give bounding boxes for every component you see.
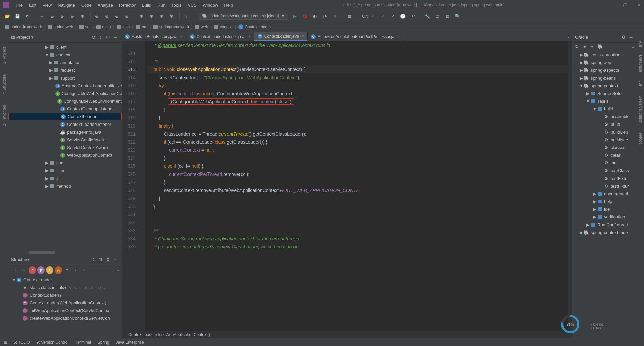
tree-node-context[interactable]: ▼context (8, 51, 122, 59)
sort-alpha-icon[interactable]: ↓ₐ (11, 266, 18, 274)
filter-prop-icon[interactable]: p (37, 266, 45, 274)
filter-local-icon[interactable]: 🔒 (55, 266, 62, 274)
menu-tools[interactable]: Tools (168, 3, 184, 8)
gradle-assemble[interactable]: ⚙assemble (572, 113, 637, 120)
back-icon[interactable]: ← (38, 12, 46, 20)
gradle-jar[interactable]: ⚙jar (572, 159, 637, 167)
tree-node-WebApplicationContext[interactable]: IWebApplicationContext (8, 151, 122, 159)
error-stripe[interactable] (568, 41, 572, 331)
project-select-icon[interactable]: ▦ (11, 35, 15, 40)
gradle-add-icon[interactable]: + (583, 44, 586, 49)
menu-navigate[interactable]: Navigate (55, 3, 78, 8)
structure-tree[interactable]: ▼C ContextLoader● static class initializ… (8, 275, 122, 338)
tree-node-client[interactable]: ▶client (8, 43, 122, 51)
tab-list-icon[interactable]: ⠿ (566, 34, 569, 39)
debug-icon[interactable]: 🐞 (301, 12, 309, 20)
gradle-spring-context-inde[interactable]: ▶🐘spring-context-inde (572, 229, 637, 236)
gradle-spring-context[interactable]: ▼🐘spring-context (572, 82, 637, 90)
struct-4[interactable]: m initWebApplicationContext(ServletConte… (11, 307, 119, 314)
tab-AbstractBeanFactory.java[interactable]: CAbstractBeanFactory.java× (122, 32, 186, 41)
gradle-help[interactable]: ▶help (572, 198, 637, 205)
gradle-buildDep[interactable]: ⚙buildDep (572, 128, 637, 136)
avd-icon[interactable]: ▤ (433, 12, 441, 20)
struct-btn-1[interactable]: ⇅ (90, 257, 97, 262)
struct-3[interactable]: m ContextLoader(WebApplicationContext) (11, 299, 119, 307)
tree-node-filter[interactable]: ▶filter (8, 167, 122, 175)
zoom-icon-2[interactable]: ⊕ (58, 12, 66, 20)
tree-node-ConfigurableWebApplicationCo[interactable]: IConfigurableWebApplicationCo (8, 90, 122, 97)
tool-Ant[interactable]: Ant (638, 41, 643, 47)
crumb-springframework[interactable]: springframework (152, 24, 191, 29)
tab-close-icon[interactable]: × (180, 34, 183, 39)
sb-Java Enterprise[interactable]: Java Enterprise (116, 340, 144, 345)
stop-icon[interactable]: ■ (331, 12, 339, 20)
add-config-icon[interactable]: ↘ (182, 12, 190, 20)
vcs-update-icon[interactable]: ✓ (369, 12, 377, 20)
tool-1: Project[interactable]: 1: Project (2, 47, 7, 64)
zoom-icon-3[interactable]: ⊕ (68, 12, 76, 20)
vcs-history-icon[interactable]: 🕐 (399, 12, 407, 20)
vcs-commit-icon[interactable]: ✓ (379, 12, 387, 20)
tree-node-request[interactable]: ▶request (8, 66, 122, 74)
menu-vcs[interactable]: VCS (184, 3, 200, 8)
tab-close-icon[interactable]: × (397, 34, 399, 39)
gradle-build[interactable]: ⚙build (572, 120, 637, 128)
crumb-src[interactable]: src (77, 24, 92, 29)
struct-hide-icon[interactable]: ─ (112, 257, 119, 262)
maximize-button[interactable]: ▢ (623, 2, 628, 8)
tree-node-ConfigurableWebEnvironment[interactable]: IConfigurableWebEnvironment (8, 97, 122, 105)
filter-class-icon[interactable]: c (29, 266, 36, 274)
tree-node-method[interactable]: ▶method (8, 182, 122, 190)
gradle-hide-icon[interactable]: ─ (627, 35, 635, 40)
struct-1[interactable]: ● static class initializer // Load defau… (11, 284, 119, 291)
gradle-verification[interactable]: ▶verification (572, 213, 637, 221)
vcs-push-icon[interactable]: ↗ (389, 12, 397, 20)
gradle-documentati[interactable]: ▶documentati (572, 190, 637, 198)
zoom-icon-4[interactable]: ⊕ (78, 12, 86, 20)
tool-7: Structure[interactable]: 7: Structure (2, 74, 7, 95)
crumb-ContextLoader[interactable]: CContextLoader (237, 24, 272, 29)
tree-node-AbstractContextLoaderInitializer[interactable]: CAbstractContextLoaderInitializer (8, 82, 122, 90)
vcs-rollback-icon[interactable]: ↶ (409, 12, 417, 20)
run-icon[interactable]: ▶ (291, 12, 299, 20)
gradle-settings-icon[interactable]: ⚙ (620, 35, 627, 40)
filter-field-icon[interactable]: f (46, 266, 53, 274)
run-config-select[interactable]: 🐘 spring-framework:spring-context [clean… (199, 13, 288, 20)
crumb-spring-framework[interactable]: spring-framework (3, 24, 43, 29)
sb-Terminal[interactable]: Terminal (75, 340, 91, 345)
tree-node-jsf[interactable]: ▶jsf (8, 175, 122, 182)
tree-node-ContextCleanupListener[interactable]: CContextCleanupListener (8, 105, 122, 113)
gradle-Tasks[interactable]: ▼Tasks (572, 97, 637, 105)
tree-node-support[interactable]: ▶support (8, 74, 122, 82)
tool-leetcod[interactable]: leetcod (638, 132, 643, 145)
gradle-spring-beans[interactable]: ▶🐘spring-beans (572, 74, 637, 82)
tab-close-icon[interactable]: × (248, 34, 251, 39)
menu-analyze[interactable]: Analyze (95, 3, 116, 8)
tree-node-ServletContextAware[interactable]: IServletContextAware (8, 144, 122, 151)
menu-refactor[interactable]: Refactor (116, 3, 139, 8)
zoom-icon-5[interactable]: ⊕ (93, 12, 101, 20)
tree-node-cors[interactable]: ▶cors (8, 159, 122, 167)
crumb-spring-web[interactable]: spring-web (46, 24, 75, 29)
gradle-clean[interactable]: ⚙clean (572, 151, 637, 159)
gradle-testFixtur[interactable]: ⚙testFixtur (572, 182, 637, 190)
gradle-refresh-icon[interactable]: ↻ (575, 44, 579, 49)
struct-circle-icon[interactable]: ● (72, 266, 79, 274)
struct-5[interactable]: m createWebApplicationContext(ServletCon (11, 314, 119, 322)
gradle-Run Configurati[interactable]: ▶Run Configurati (572, 221, 637, 229)
struct-lambda-icon[interactable]: λ (81, 266, 88, 274)
hide-pane-icon[interactable]: ─ (112, 35, 119, 40)
zoom-icon-7[interactable]: ⊕ (113, 12, 121, 20)
sdk-icon[interactable]: ▦ (443, 12, 451, 20)
fold-gutter[interactable] (140, 41, 145, 331)
sb-6: TODO[interactable]: 6: TODO (14, 340, 30, 345)
tree-node-annotation[interactable]: ▶annotation (8, 59, 122, 66)
tab-ContextLoader.java[interactable]: CContextLoader.java× (254, 32, 308, 41)
menu-help[interactable]: Help (221, 3, 236, 8)
gradle-testFixtu[interactable]: ⚙testFixtu (572, 175, 637, 182)
gradle-kotlin-coroutines[interactable]: ▶🐘kotlin-coroutines (572, 51, 637, 59)
editor-crumb[interactable]: ContextLoader (128, 332, 155, 337)
crumb-java[interactable]: java (115, 24, 131, 29)
menu-code[interactable]: Code (78, 3, 95, 8)
gradle-buildNee[interactable]: ⚙buildNee (572, 136, 637, 144)
